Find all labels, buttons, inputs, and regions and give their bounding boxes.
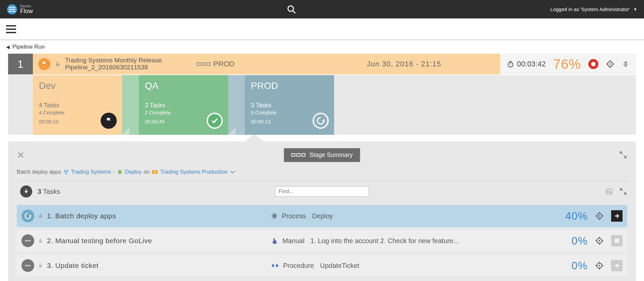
svg-point-32 [29, 240, 31, 241]
pipeline-main: Trading Systems Monthly Release Pipeline… [33, 54, 500, 74]
lock-icon [38, 213, 43, 219]
summary-subtitle: Batch deploy apps Trading Systems - Depl… [17, 169, 627, 181]
env-link[interactable]: Trading Systems Production [160, 169, 227, 175]
task-row[interactable]: 1. Batch deploy apps Process Deploy 40% [17, 205, 627, 227]
task-type: Procedure [283, 262, 314, 270]
pipeline-index: 1 [8, 54, 33, 74]
go-button[interactable] [611, 260, 623, 271]
task-row[interactable]: 3. Update ticket Procedure UpdateTicket … [17, 255, 627, 277]
target-icon[interactable] [595, 261, 604, 270]
svg-rect-20 [155, 170, 158, 174]
pipeline-title: Trading Systems Monthly Release Pipeline… [65, 57, 189, 71]
stage-dev[interactable]: Dev 4 Tasks 4 Complete 00:00:10 [33, 75, 122, 135]
svg-point-30 [25, 240, 26, 241]
deploy-link[interactable]: Deploy [125, 169, 142, 175]
task-detail: 1. Log into the account 2. Check for new… [311, 237, 459, 245]
task-status-running-icon [21, 210, 34, 222]
svg-rect-19 [152, 170, 155, 174]
task-detail: Deploy [312, 212, 333, 220]
chevron-down-icon[interactable] [229, 170, 236, 174]
task-row[interactable]: 2. Manual testing before GoLive Manual 1… [17, 230, 627, 252]
expand-all-button[interactable] [20, 185, 32, 198]
separator: - [113, 169, 115, 175]
expand-icon[interactable] [619, 188, 627, 195]
svg-point-17 [65, 172, 67, 174]
tasks-count-word: Tasks [43, 188, 60, 195]
gear-icon [117, 169, 123, 175]
svg-point-31 [27, 240, 29, 241]
image-icon[interactable] [605, 188, 613, 195]
svg-rect-22 [39, 216, 42, 218]
stage-tasks: 4 Tasks [39, 102, 116, 109]
pipeline-header: 1 Trading Systems Monthly Release Pipeli… [8, 54, 636, 74]
brand-logo[interactable]: Electric Flow [7, 4, 33, 15]
go-button[interactable] [611, 235, 623, 246]
pipeline-flag-icon [38, 58, 50, 70]
diamond-icon [271, 263, 279, 269]
app-link[interactable]: Trading Systems [71, 169, 111, 175]
svg-point-41 [25, 265, 26, 266]
svg-line-2 [293, 10, 296, 13]
breadcrumb-label: Pipeline Run [12, 44, 45, 50]
go-button[interactable] [611, 210, 623, 222]
stage-summary-panel: ✕ Stage Summary Batch deploy apps Tradin… [8, 142, 636, 281]
task-type: Process [282, 212, 306, 220]
pipeline-percent: 76% [553, 57, 581, 72]
stage-status-check-icon [207, 113, 223, 129]
svg-rect-3 [56, 64, 59, 66]
task-percent: 0% [572, 260, 588, 272]
user-menu[interactable]: Logged in as 'System Administrator' ▼ [550, 6, 637, 12]
lock-icon [38, 263, 43, 268]
task-name: 1. Batch deploy apps [47, 212, 116, 220]
breadcrumb[interactable]: ◀ Pipeline Run [0, 40, 644, 54]
stage-boxes-icon [197, 62, 211, 66]
stage-tasks: 2 Tasks [145, 102, 222, 109]
collapse-icon[interactable] [622, 60, 629, 68]
tasks-count-num: 3 [38, 188, 41, 195]
stopwatch-icon [507, 60, 514, 68]
stage-prod[interactable]: PROD 3 Tasks 0 Complete 00:00:13 [245, 75, 334, 135]
svg-rect-40 [614, 238, 619, 243]
gear-icon [271, 213, 278, 219]
stop-button[interactable] [588, 59, 598, 69]
stage-qa[interactable]: QA 2 Tasks 2 Complete 00:00:49 [139, 75, 228, 135]
stage-name: QA [145, 80, 222, 91]
menu-bar [0, 18, 644, 40]
svg-point-46 [599, 265, 600, 266]
stages-row: Dev 4 Tasks 4 Complete 00:00:10 QA 2 Tas… [8, 75, 636, 135]
target-icon[interactable] [595, 212, 604, 220]
tasks-header: 3 Tasks [17, 181, 627, 202]
app-icon [63, 169, 69, 175]
svg-point-43 [29, 265, 31, 266]
svg-rect-44 [39, 265, 42, 267]
lock-icon [38, 238, 43, 243]
expand-icon[interactable] [619, 151, 627, 159]
chevron-down-icon: ▼ [633, 7, 637, 12]
stage-summary-badge: Stage Summary [284, 148, 360, 162]
find-input[interactable] [275, 186, 369, 196]
svg-point-1 [288, 6, 293, 11]
pipeline-datetime: Jun 30, 2016 - 21:15 [367, 60, 441, 68]
svg-point-18 [119, 171, 121, 173]
svg-point-15 [64, 170, 66, 172]
hand-icon [271, 237, 278, 244]
on-text: on [144, 169, 150, 175]
svg-point-9 [609, 63, 611, 65]
svg-point-4 [508, 62, 513, 67]
stage-status-running-icon [313, 113, 329, 129]
svg-point-16 [66, 170, 68, 172]
target-icon[interactable] [595, 236, 604, 245]
task-type: Manual [282, 237, 305, 245]
summary-prefix: Batch deploy apps [17, 169, 61, 175]
hamburger-menu-icon[interactable] [6, 25, 16, 33]
stage-tasks: 3 Tasks [251, 102, 328, 109]
task-status-pending-icon [21, 234, 34, 247]
stage-status-flag-icon [101, 113, 117, 129]
target-icon[interactable] [606, 60, 614, 68]
search-icon[interactable] [287, 5, 296, 14]
task-percent: 40% [565, 210, 588, 222]
elapsed-time: 00:03:42 [507, 60, 546, 68]
back-triangle-icon: ◀ [6, 44, 10, 50]
svg-rect-33 [39, 240, 42, 242]
close-icon[interactable]: ✕ [17, 150, 24, 161]
